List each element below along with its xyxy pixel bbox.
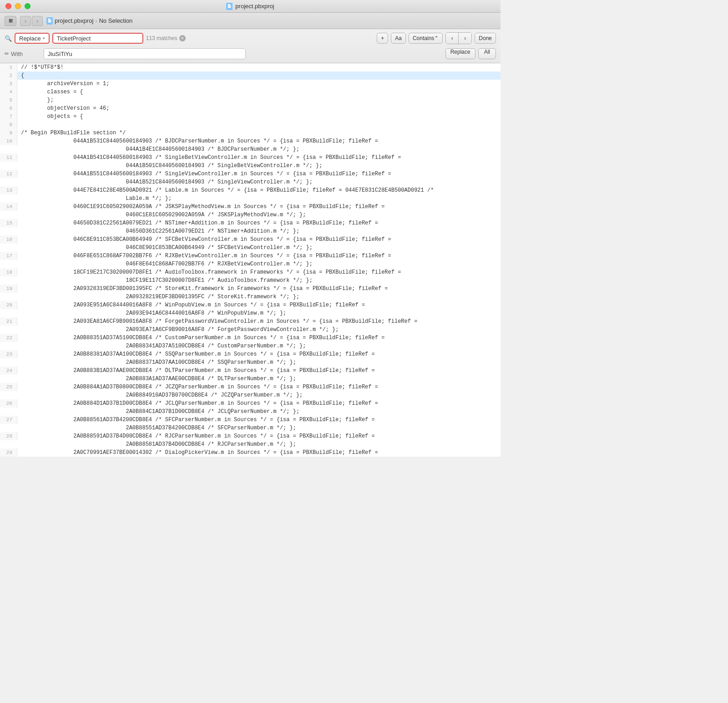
code-line: 28 2A0B88591AD37B4D00CDB8E4 /* RJCParser… (0, 432, 500, 448)
matches-text: 113 matches (146, 35, 177, 41)
line-content: 2A093E951A6C84440016A8F8 /* WinPopubView… (17, 301, 500, 317)
contains-arrow: ⌃ (434, 35, 439, 41)
line-number: 22 (0, 334, 17, 342)
line-number: 17 (0, 252, 17, 260)
code-line: 13 044E7E841C28E4B500AD0921 /* Lable.m i… (0, 186, 500, 203)
line-number: 21 (0, 317, 17, 326)
code-line: 23 2A0B88381AD37AA100CDB8E4 /* SSQParser… (0, 350, 500, 367)
code-line: 1// !$*UTF8*$! (0, 63, 500, 71)
next-match-button[interactable]: › (459, 33, 471, 44)
code-line: 19 2A09328319EDF3BD001395FC /* StoreKit.… (0, 285, 500, 301)
code-line: 10 044A1B531C84405600184903 /* BJDCParse… (0, 137, 500, 153)
nav-forward-button[interactable]: › (32, 16, 43, 26)
replace-dropdown[interactable]: Replace ▾ (15, 33, 50, 44)
code-line: 16 046C8E911C853BCA00B64949 /* SFCBetVie… (0, 235, 500, 252)
line-content: objectVersion = 46; (17, 104, 500, 112)
minimize-button[interactable] (15, 3, 21, 9)
line-number: 4 (0, 88, 17, 96)
code-line: 14 0460C1E91C605029002A059A /* JSKSPlayM… (0, 203, 500, 219)
breadcrumb-file[interactable]: project.pbxproj (55, 17, 93, 24)
search-input[interactable] (52, 33, 143, 44)
code-line: 18 18CF19E217C30200007D8FE1 /* AudioTool… (0, 268, 500, 285)
code-line: 29 2A0C70991AEF37BE00014302 /* DialogPic… (0, 448, 500, 457)
line-content: 2A0B88591AD37B4D00CDB8E4 /* RJCParserNum… (17, 432, 500, 448)
line-content: { (17, 71, 500, 80)
clear-search-button[interactable]: ✕ (179, 35, 186, 41)
line-content: 2A0B88351AD37A5100CDB8E4 /* CustomParser… (17, 334, 500, 350)
line-number: 29 (0, 448, 17, 457)
code-line: 2{ (0, 71, 500, 80)
title-file-icon: 📄 (226, 3, 233, 10)
code-line: 17 046F8E651C868AF7002BB7F6 /* RJXBetVie… (0, 252, 500, 268)
line-content: 044A1B531C84405600184903 /* BJDCParserNu… (17, 137, 500, 153)
close-button[interactable] (5, 3, 11, 9)
line-content: /* Begin PBXBuildFile section */ (17, 129, 500, 137)
line-number: 28 (0, 432, 17, 440)
toolbar: 🔍 Replace ▾ 113 matches ✕ + Aa Contains … (0, 29, 500, 63)
replace-input[interactable] (44, 48, 246, 59)
title-bar: 📄 project.pbxproj (0, 0, 500, 13)
line-number: 15 (0, 219, 17, 227)
replace-all-button[interactable]: All (478, 48, 496, 59)
traffic-lights (5, 3, 30, 9)
breadcrumb-separator: › (95, 17, 97, 24)
code-line: 24 2A0B883B1AD37AAE00CDB8E4 /* DLTParser… (0, 367, 500, 383)
code-line: 7 objects = { (0, 112, 500, 121)
contains-button[interactable]: Contains ⌃ (409, 33, 443, 44)
grid-button[interactable]: ⊞ (5, 16, 16, 26)
line-number: 7 (0, 112, 17, 121)
line-number: 9 (0, 129, 17, 137)
code-line: 12 044A1B551C84405600184903 /* SingleVie… (0, 170, 500, 186)
code-line: 11 044A1B541C84405600184903 /* SingleBet… (0, 153, 500, 170)
line-content: 2A0B884D1AD37B1D00CDB8E4 /* JCLQParserNu… (17, 399, 500, 416)
line-number: 5 (0, 96, 17, 104)
nav-match-buttons: ‹ › (445, 32, 472, 44)
line-number: 2 (0, 71, 17, 80)
match-case-button[interactable]: Aa (391, 33, 406, 44)
line-number: 8 (0, 121, 17, 129)
line-content: 2A0C70991AEF37BE00014302 /* DialogPicker… (17, 448, 500, 457)
line-content: 046C8E911C853BCA00B64949 /* SFCBetViewCo… (17, 235, 500, 252)
replace-dropdown-arrow: ▾ (43, 36, 45, 41)
line-content: 04650D381C22561A0079ED21 /* NSTimer+Addi… (17, 219, 500, 235)
replace-button[interactable]: Replace (445, 48, 475, 59)
title-text: project.pbxproj (235, 3, 274, 10)
line-number: 19 (0, 285, 17, 293)
pencil-icon: ✏ (5, 51, 9, 57)
line-content: 2A093EA81A6CF9B90016A8F8 /* ForgetPasswo… (17, 317, 500, 334)
done-button[interactable]: Done (475, 33, 496, 44)
line-number: 1 (0, 63, 17, 71)
code-line: 6 objectVersion = 46; (0, 104, 500, 112)
line-content: 2A0B883B1AD37AAE00CDB8E4 /* DLTParserNum… (17, 367, 500, 383)
line-content: 044E7E841C28E4B500AD0921 /* Lable.m in S… (17, 186, 500, 203)
code-line: 5 }; (0, 96, 500, 104)
nav-bar: ⊞ ‹ › 📄 project.pbxproj › No Selection (0, 13, 500, 29)
breadcrumb-selection: No Selection (99, 17, 133, 24)
nav-back-button[interactable]: ‹ (20, 16, 31, 26)
replace-row: ✏ With Replace All (5, 47, 496, 61)
line-content: 2A0B884A1AD37B0800CDB8E4 /* JCZQParserNu… (17, 383, 500, 399)
line-number: 24 (0, 367, 17, 375)
line-number: 27 (0, 416, 17, 424)
code-line: 25 2A0B884A1AD37B0800CDB8E4 /* JCZQParse… (0, 383, 500, 399)
with-label-container: ✏ With (5, 51, 41, 57)
line-content: 2A0B88561AD37B4200CDB8E4 /* SFCParserNum… (17, 416, 500, 432)
line-content: 046F8E651C868AF7002BB7F6 /* RJXBetViewCo… (17, 252, 500, 268)
code-line: 27 2A0B88561AD37B4200CDB8E4 /* SFCParser… (0, 416, 500, 432)
line-number: 13 (0, 186, 17, 194)
plus-button[interactable]: + (377, 33, 388, 44)
line-number: 14 (0, 203, 17, 211)
nav-arrows: ‹ › (20, 16, 43, 26)
line-content: objects = { (17, 112, 500, 121)
code-line: 3 archiveVersion = 1; (0, 80, 500, 88)
matches-badge: 113 matches ✕ (146, 35, 186, 41)
replace-dropdown-label: Replace (19, 35, 41, 42)
code-line: 21 2A093EA81A6CF9B90016A8F8 /* ForgetPas… (0, 317, 500, 334)
maximize-button[interactable] (25, 3, 30, 9)
code-area: 1// !$*UTF8*$!2{3 archiveVersion = 1;4 c… (0, 63, 500, 457)
line-content: 044A1B551C84405600184903 /* SingleViewCo… (17, 170, 500, 186)
line-content: 044A1B541C84405600184903 /* SingleBetVie… (17, 153, 500, 170)
line-content: classes = { (17, 88, 500, 96)
search-row: 🔍 Replace ▾ 113 matches ✕ + Aa Contains … (5, 31, 496, 45)
prev-match-button[interactable]: ‹ (446, 33, 459, 44)
